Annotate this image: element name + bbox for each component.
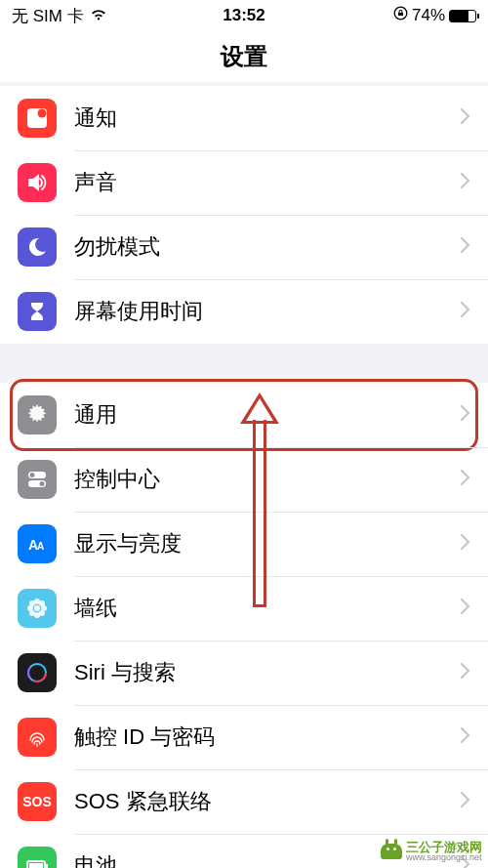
- svg-point-15: [39, 600, 45, 606]
- row-label: 触控 ID 与密码: [74, 723, 461, 752]
- chevron-right-icon: [461, 405, 470, 425]
- page-title: 设置: [0, 31, 488, 82]
- row-label: 声音: [74, 168, 461, 197]
- sos-icon: SOS: [18, 782, 57, 821]
- svg-point-17: [39, 610, 45, 616]
- row-general[interactable]: 通用: [0, 383, 488, 447]
- row-dnd[interactable]: 勿扰模式: [0, 215, 488, 279]
- row-label: Siri 与搜索: [74, 658, 461, 687]
- chevron-right-icon: [461, 599, 470, 618]
- svg-point-2: [38, 109, 47, 118]
- svg-rect-22: [46, 864, 48, 868]
- svg-point-4: [30, 473, 35, 477]
- hourglass-icon: [18, 292, 57, 331]
- wifi-icon: [90, 6, 107, 25]
- svg-point-6: [40, 481, 45, 486]
- watermark: 三公子游戏网 www.sangongzi.net: [381, 841, 482, 862]
- svg-point-14: [29, 600, 35, 606]
- row-label: 显示与亮度: [74, 529, 461, 558]
- row-label: 通用: [74, 400, 461, 430]
- row-display[interactable]: AA 显示与亮度: [0, 512, 488, 576]
- carrier-text: 无 SIM 卡: [12, 5, 84, 27]
- row-siri[interactable]: Siri 与搜索: [0, 641, 488, 705]
- row-label: 勿扰模式: [74, 232, 461, 262]
- gear-icon: [18, 395, 57, 434]
- row-label: SOS 紧急联络: [74, 787, 461, 816]
- svg-point-9: [34, 605, 40, 611]
- row-sos[interactable]: SOS SOS 紧急联络: [0, 769, 488, 834]
- battery-icon: [18, 847, 57, 868]
- chevron-right-icon: [461, 727, 470, 747]
- row-label: 通知: [74, 103, 461, 133]
- chevron-right-icon: [461, 173, 470, 192]
- notifications-icon: [18, 99, 57, 138]
- row-sounds[interactable]: 声音: [0, 150, 488, 215]
- chevron-right-icon: [461, 792, 470, 811]
- row-touchid[interactable]: 触控 ID 与密码: [0, 705, 488, 769]
- row-label: 墙纸: [74, 594, 461, 623]
- row-screentime[interactable]: 屏幕使用时间: [0, 279, 488, 344]
- status-bar: 无 SIM 卡 13:52 74%: [0, 0, 488, 31]
- chevron-right-icon: [461, 470, 470, 489]
- svg-point-16: [29, 610, 35, 616]
- row-control-center[interactable]: 控制中心: [0, 447, 488, 512]
- settings-section-1: 通知 声音 勿扰模式 屏幕使用时间: [0, 86, 488, 344]
- settings-section-2: 通用 控制中心 AA 显示与亮度 墙纸: [0, 383, 488, 868]
- chevron-right-icon: [461, 108, 470, 128]
- battery-pct-text: 74%: [412, 6, 445, 25]
- chevron-right-icon: [461, 302, 470, 321]
- flower-icon: [18, 589, 57, 628]
- row-wallpaper[interactable]: 墙纸: [0, 576, 488, 641]
- watermark-url: www.sangongzi.net: [406, 853, 482, 862]
- text-size-icon: AA: [18, 524, 57, 563]
- svg-rect-23: [29, 863, 43, 868]
- sounds-icon: [18, 163, 57, 202]
- row-notifications[interactable]: 通知: [0, 86, 488, 150]
- fingerprint-icon: [18, 718, 57, 757]
- siri-icon: [18, 653, 57, 692]
- battery-icon: [449, 10, 476, 22]
- moon-icon: [18, 227, 57, 267]
- switches-icon: [18, 460, 57, 499]
- row-label: 控制中心: [74, 465, 461, 494]
- chevron-right-icon: [461, 534, 470, 554]
- orientation-lock-icon: [393, 6, 408, 25]
- row-label: 屏幕使用时间: [74, 297, 461, 326]
- chevron-right-icon: [461, 663, 470, 682]
- clock-text: 13:52: [223, 6, 264, 25]
- chevron-right-icon: [461, 237, 470, 257]
- svg-text:A: A: [37, 541, 44, 552]
